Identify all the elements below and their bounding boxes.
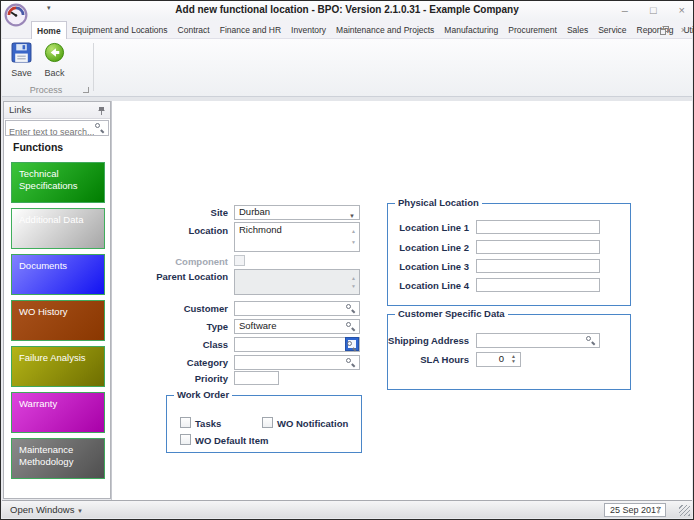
tasks-label: Tasks: [195, 418, 221, 429]
back-button[interactable]: Back: [39, 42, 70, 84]
class-search-button[interactable]: [345, 337, 359, 351]
sidebar-item-failure-analysis[interactable]: Failure Analysis: [11, 346, 105, 387]
tab-maintenance-and-projects[interactable]: Maintenance and Projects: [331, 21, 439, 39]
window-title: Add new functional location - BPO: Versi…: [1, 4, 693, 15]
customer-search-icon[interactable]: [346, 304, 355, 313]
ribbon-group-label: Process: [2, 85, 90, 95]
links-panel-header: Links: [4, 102, 110, 119]
tab-service[interactable]: Service: [593, 21, 631, 39]
app-gauge-icon[interactable]: [4, 3, 28, 27]
parent-location-scroll-down-icon: ▼: [351, 280, 356, 292]
ribbon-group-separator: [93, 43, 94, 91]
minimize-button[interactable]: –: [622, 3, 628, 18]
close-button[interactable]: ×: [679, 3, 685, 18]
location-line-4-label: Location Line 4: [395, 280, 469, 291]
sidebar-search-box: [5, 120, 109, 136]
maximize-button[interactable]: □: [650, 3, 657, 18]
save-icon: [11, 49, 32, 66]
sidebar-item-warranty[interactable]: Warranty: [11, 392, 105, 433]
date-down-icon[interactable]: ▼: [656, 509, 661, 515]
wo-notification-checkbox[interactable]: [262, 417, 273, 428]
tab-sales[interactable]: Sales: [562, 21, 593, 39]
sla-hours-spin-icons[interactable]: ▲▼: [509, 354, 518, 365]
class-field[interactable]: [234, 337, 360, 352]
tab-home[interactable]: Home: [31, 21, 67, 39]
parent-location-label: Parent Location: [121, 271, 228, 282]
sidebar-item-wo-history[interactable]: WO History: [11, 300, 105, 341]
app-window: ▾ Add new functional location - BPO: Ver…: [0, 0, 694, 520]
work-order-group-title: Work Order: [174, 389, 232, 400]
tile-label: Warranty: [19, 398, 57, 409]
open-windows-label: Open Windows: [10, 504, 74, 515]
location-line-1-field[interactable]: [476, 220, 600, 234]
sidebar-search-icon[interactable]: [95, 123, 104, 132]
group-dialog-launcher-icon[interactable]: [83, 87, 89, 93]
location-textarea[interactable]: Richmond ▲ ▼: [234, 222, 360, 252]
location-line-1-label: Location Line 1: [395, 222, 469, 233]
class-label: Class: [121, 339, 228, 350]
title-bar: ▾ Add new functional location - BPO: Ver…: [1, 1, 693, 21]
location-scroll-down-icon[interactable]: ▼: [351, 236, 356, 249]
site-label: Site: [121, 207, 228, 218]
type-field[interactable]: Software: [234, 319, 360, 334]
priority-field[interactable]: [234, 371, 279, 385]
back-arrow-icon: [44, 49, 65, 66]
location-line-3-field[interactable]: [476, 259, 600, 273]
sla-hours-spinner[interactable]: 0 ▲▼: [476, 352, 521, 367]
sla-hours-label: SLA Hours: [395, 354, 469, 365]
type-search-icon[interactable]: [346, 322, 355, 331]
mdi-close-button[interactable]: ×: [681, 25, 686, 35]
tile-label: Additional Data: [19, 214, 83, 225]
links-panel-title: Links: [9, 104, 31, 115]
tab-finance-and-hr[interactable]: Finance and HR: [215, 21, 286, 39]
sidebar-item-maintenance-methodology[interactable]: Maintenance Methodology: [11, 438, 105, 479]
ribbon: Save Back Process: [2, 39, 692, 97]
component-checkbox: [234, 255, 245, 266]
status-date-field[interactable]: 25 Sep 2017 ▲▼: [604, 503, 666, 517]
tile-label: WO History: [19, 306, 68, 317]
tab-inventory[interactable]: Inventory: [286, 21, 331, 39]
open-windows-arrow-icon: ▼: [77, 508, 83, 514]
status-bar: Open Windows ▼ 25 Sep 2017 ▲▼: [2, 500, 692, 518]
pin-icon[interactable]: [97, 105, 106, 121]
mdi-minimize-button[interactable]: –: [643, 25, 648, 35]
tile-label: Technical Specifications: [19, 168, 78, 191]
tab-manufacturing[interactable]: Manufacturing: [439, 21, 503, 39]
wo-default-item-checkbox[interactable]: [180, 434, 191, 445]
tasks-checkbox[interactable]: [180, 417, 191, 428]
location-line-3-label: Location Line 3: [395, 261, 469, 272]
links-sidebar: Links Functions Technical Specifications…: [3, 101, 111, 499]
tile-label: Maintenance Methodology: [19, 444, 73, 467]
back-button-label: Back: [39, 68, 70, 78]
shipping-address-label: Shipping Address: [385, 335, 469, 346]
sidebar-item-documents[interactable]: Documents: [11, 254, 105, 295]
location-line-2-field[interactable]: [476, 240, 600, 254]
mdi-restore-button[interactable]: [660, 26, 669, 35]
resize-grip[interactable]: [679, 505, 690, 516]
sidebar-item-technical-specifications[interactable]: Technical Specifications: [11, 162, 105, 203]
date-spin-icons[interactable]: ▲▼: [654, 505, 663, 516]
open-windows-dropdown[interactable]: Open Windows ▼: [10, 504, 83, 515]
location-line-4-field[interactable]: [476, 278, 600, 292]
functions-heading: Functions: [13, 141, 63, 153]
shipping-address-search-icon[interactable]: [586, 336, 595, 345]
category-field[interactable]: [234, 355, 360, 370]
sidebar-item-additional-data[interactable]: Additional Data: [11, 208, 105, 249]
customer-field[interactable]: [234, 301, 360, 316]
tab-procurement[interactable]: Procurement: [503, 21, 562, 39]
sidebar-search-input[interactable]: [6, 125, 108, 139]
category-search-icon[interactable]: [346, 358, 355, 367]
type-value: Software: [239, 320, 277, 331]
class-search-icon: [347, 341, 356, 350]
wo-default-item-label: WO Default Item: [195, 435, 268, 446]
customer-specific-data-group-title: Customer Specific Data: [395, 308, 508, 319]
site-combobox[interactable]: Durban ▼: [234, 205, 360, 220]
tab-equipment-and-locations[interactable]: Equipment and Locations: [67, 21, 173, 39]
parent-location-textarea: ▲ ▼: [234, 269, 360, 295]
site-dropdown-icon[interactable]: ▼: [349, 210, 355, 222]
shipping-address-field[interactable]: [476, 333, 600, 348]
type-label: Type: [121, 321, 228, 332]
save-button[interactable]: Save: [6, 42, 37, 84]
sla-down-icon[interactable]: ▼: [511, 358, 516, 364]
tab-contract[interactable]: Contract: [173, 21, 215, 39]
